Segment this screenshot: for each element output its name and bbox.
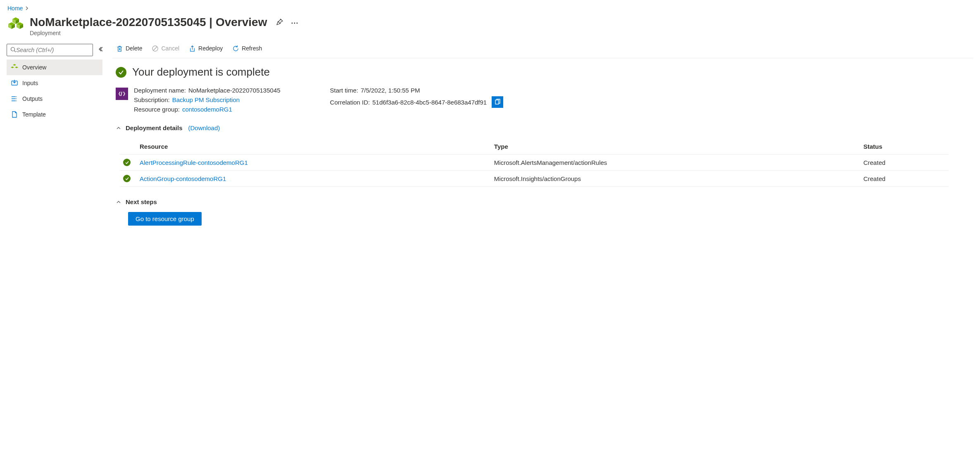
inputs-icon — [11, 79, 18, 87]
sidebar: Overview Inputs Outputs Template — [7, 44, 102, 226]
cancel-icon — [151, 45, 159, 52]
chevron-right-icon — [25, 5, 29, 12]
pin-button[interactable] — [274, 17, 285, 29]
resource-group-link[interactable]: contosodemoRG1 — [182, 106, 232, 113]
status-heading: Your deployment is complete — [132, 66, 270, 79]
deployment-name-label: Deployment name: — [134, 87, 186, 94]
page-title: NoMarketplace-20220705135045 | Overview — [30, 16, 267, 29]
refresh-label: Refresh — [242, 45, 262, 52]
copy-correlation-button[interactable] — [492, 96, 503, 108]
more-button[interactable] — [289, 18, 300, 27]
chevron-up-icon[interactable] — [116, 199, 121, 205]
go-to-resource-group-button[interactable]: Go to resource group — [128, 212, 202, 226]
breadcrumb-home[interactable]: Home — [7, 5, 23, 12]
resource-group-label: Resource group: — [134, 106, 180, 113]
subscription-label: Subscription: — [134, 96, 170, 103]
refresh-icon — [232, 45, 239, 52]
resource-link[interactable]: AlertProcessingRule-contosodemoRG1 — [140, 159, 248, 166]
template-icon — [11, 111, 18, 118]
svg-line-4 — [14, 50, 16, 52]
svg-point-2 — [297, 22, 298, 24]
sidebar-search[interactable] — [7, 44, 93, 56]
sidebar-item-label: Overview — [22, 64, 46, 71]
sidebar-item-label: Template — [22, 111, 46, 118]
svg-point-1 — [294, 22, 295, 24]
deployment-details-section: Deployment details (Download) Resource T… — [116, 124, 970, 187]
page-subtitle: Deployment — [30, 30, 300, 36]
deployment-details-table: Resource Type Status AlertProcessingRule… — [120, 139, 949, 187]
arm-template-icon — [116, 88, 128, 100]
sidebar-item-inputs[interactable]: Inputs — [7, 75, 102, 91]
next-steps-section: Next steps Go to resource group — [116, 198, 970, 226]
col-resource: Resource — [136, 139, 491, 155]
sidebar-item-template[interactable]: Template — [7, 107, 102, 122]
next-steps-title: Next steps — [126, 198, 157, 205]
svg-rect-11 — [495, 100, 499, 104]
deployment-cubes-icon — [7, 16, 24, 33]
outputs-icon — [11, 95, 18, 102]
success-dot-icon — [123, 159, 131, 166]
correlation-id-value: 51d6f3a6-82c8-4bc5-8647-8e683a47df91 — [372, 99, 487, 106]
deployment-details-title: Deployment details — [126, 124, 183, 131]
download-link[interactable]: (Download) — [188, 124, 220, 131]
command-bar: Delete Cancel Redeploy Refresh — [112, 44, 973, 58]
svg-point-3 — [11, 47, 15, 51]
page-header: NoMarketplace-20220705135045 | Overview … — [7, 16, 973, 36]
col-status: Status — [860, 139, 949, 155]
sidebar-item-outputs[interactable]: Outputs — [7, 91, 102, 107]
sidebar-item-overview[interactable]: Overview — [7, 60, 102, 75]
subscription-link[interactable]: Backup PM Subscription — [172, 96, 240, 103]
cancel-label: Cancel — [161, 45, 179, 52]
redeploy-button[interactable]: Redeploy — [188, 44, 223, 53]
search-icon — [10, 47, 16, 54]
redeploy-label: Redeploy — [198, 45, 223, 52]
cancel-button: Cancel — [151, 44, 179, 53]
chevron-up-icon[interactable] — [116, 125, 121, 131]
cubes-icon — [11, 64, 18, 71]
resource-link[interactable]: ActionGroup-contosodemoRG1 — [140, 175, 226, 182]
delete-label: Delete — [126, 45, 142, 52]
resource-status: Created — [860, 155, 949, 171]
delete-button[interactable]: Delete — [116, 44, 142, 53]
sidebar-item-label: Inputs — [22, 80, 38, 86]
start-time-label: Start time: — [330, 87, 358, 94]
table-row: ActionGroup-contosodemoRG1 Microsoft.Ins… — [120, 171, 949, 187]
resource-type: Microsoft.AlertsManagement/actionRules — [491, 155, 860, 171]
main-content: Delete Cancel Redeploy Refresh — [102, 44, 973, 226]
redeploy-icon — [188, 45, 196, 52]
sidebar-item-label: Outputs — [22, 95, 43, 102]
table-row: AlertProcessingRule-contosodemoRG1 Micro… — [120, 155, 949, 171]
resource-type: Microsoft.Insights/actionGroups — [491, 171, 860, 187]
col-type: Type — [491, 139, 860, 155]
start-time-value: 7/5/2022, 1:50:55 PM — [361, 87, 420, 94]
resource-status: Created — [860, 171, 949, 187]
search-input[interactable] — [16, 47, 89, 53]
svg-line-10 — [153, 46, 157, 50]
success-dot-icon — [123, 175, 131, 182]
success-check-icon — [116, 67, 126, 78]
breadcrumb: Home — [7, 4, 973, 16]
svg-point-0 — [292, 22, 293, 24]
refresh-button[interactable]: Refresh — [232, 44, 262, 53]
status-header: Your deployment is complete — [116, 66, 970, 79]
trash-icon — [116, 45, 123, 52]
deployment-name-value: NoMarketplace-20220705135045 — [188, 87, 281, 94]
correlation-id-label: Correlation ID: — [330, 99, 370, 106]
